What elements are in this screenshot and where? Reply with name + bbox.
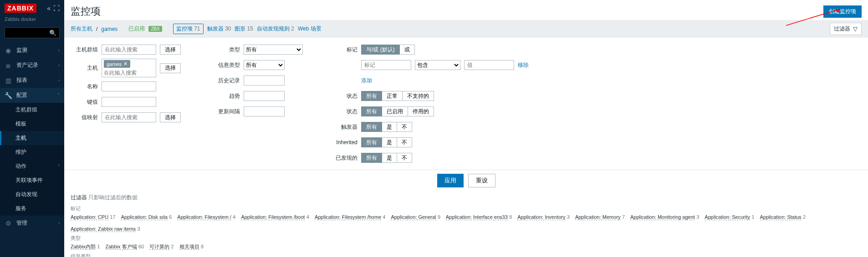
triggers-group[interactable]: 所有 是 不: [361, 122, 412, 132]
sf-tag[interactable]: Application: Filesystem /boot: [241, 214, 305, 220]
tag-mode-andor[interactable]: 与/或 (默认): [361, 45, 400, 55]
bc-tab-items[interactable]: 监控项 71: [173, 24, 204, 34]
input-trends[interactable]: [244, 91, 285, 101]
filter-toggle[interactable]: 过滤器 ▽: [830, 23, 862, 35]
inherited-yes[interactable]: 是: [382, 137, 397, 147]
nav-inventory[interactable]: ≣ 资产记录 ›: [0, 58, 64, 73]
search-icon[interactable]: 🔍: [49, 30, 56, 36]
label-trends: 趋势: [208, 92, 240, 100]
brand-subtitle: Zabbix docker: [0, 16, 64, 25]
sf-tag[interactable]: Application: Monitoring agent: [630, 214, 695, 220]
bc-all-hosts[interactable]: 所有主机: [71, 25, 92, 33]
input-valuemap[interactable]: [102, 112, 156, 122]
select-type[interactable]: 所有: [244, 45, 303, 55]
sf-type[interactable]: 可计算的: [149, 244, 169, 250]
sub-services[interactable]: 服务: [0, 202, 64, 216]
bc-tab-web[interactable]: Web 场景: [298, 25, 322, 33]
input-name[interactable]: [102, 81, 156, 91]
search-input[interactable]: [8, 30, 49, 36]
sub-actions[interactable]: 动作 ›: [0, 159, 64, 173]
input-hostgroups[interactable]: [102, 45, 156, 55]
reset-button[interactable]: 重设: [468, 174, 495, 187]
tag-mode-group[interactable]: 与/或 (默认) 或: [361, 45, 415, 55]
inherited-group[interactable]: 所有 是 不: [361, 137, 412, 147]
select-valuemap-button[interactable]: 选择: [160, 112, 181, 122]
select-hosts-button[interactable]: 选择: [160, 63, 181, 73]
sf-tag[interactable]: Application: Interface ens33: [446, 214, 508, 220]
state-all[interactable]: 所有: [361, 91, 382, 101]
status-all[interactable]: 所有: [361, 106, 382, 116]
nav-configuration[interactable]: 🔧 配置 ˄: [0, 88, 64, 103]
fullscreen-icon[interactable]: ⛶: [53, 5, 60, 12]
sf-tag[interactable]: Application: Inventory: [517, 214, 565, 220]
gear-icon: ⚙: [5, 220, 12, 227]
select-infotype[interactable]: 所有: [244, 60, 285, 70]
inherited-no[interactable]: 不: [397, 137, 412, 147]
sf-tag[interactable]: Application: CPU: [71, 214, 108, 220]
sub-maintenance[interactable]: 维护: [0, 145, 64, 159]
sf-tag[interactable]: Application: Security: [705, 214, 750, 220]
sf-tag[interactable]: Application: Zabbix raw items: [71, 226, 136, 232]
input-tag-value[interactable]: [464, 60, 514, 70]
tag-add-link[interactable]: 添加: [361, 77, 372, 85]
nav-reports[interactable]: ▥ 报表 ›: [0, 73, 64, 88]
logo[interactable]: ZABBIX: [5, 4, 36, 13]
host-chip[interactable]: games ✕: [104, 60, 130, 68]
sub-hosts[interactable]: 主机: [0, 131, 64, 145]
input-hosts-text[interactable]: [104, 70, 154, 76]
tag-mode-or[interactable]: 或: [400, 45, 415, 55]
sf-tags-list: Application: CPU 17Application: Disk sda…: [71, 214, 862, 232]
bc-zbx-badge[interactable]: ZBX: [148, 26, 162, 32]
apply-button[interactable]: 应用: [437, 174, 464, 187]
create-item-button[interactable]: 创建监控项: [823, 5, 862, 18]
input-hosts[interactable]: games ✕: [102, 59, 156, 77]
sf-tag[interactable]: Application: Filesystem /home: [315, 214, 381, 220]
sf-tag[interactable]: Application: Memory: [575, 214, 621, 220]
select-tag-op[interactable]: 包含: [415, 60, 460, 70]
sf-tag[interactable]: Application: Filesystem /: [177, 214, 231, 220]
sub-hostgroups[interactable]: 主机群组: [0, 103, 64, 117]
nav-monitoring[interactable]: ◉ 监测 ›: [0, 43, 64, 58]
inherited-all[interactable]: 所有: [361, 137, 382, 147]
bc-tab-discovery[interactable]: 自动发现规则 2: [257, 25, 294, 33]
sub-templates[interactable]: 模板: [0, 117, 64, 131]
discovered-all[interactable]: 所有: [361, 153, 382, 163]
bc-tab-triggers[interactable]: 触发器 30: [207, 25, 231, 33]
status-group[interactable]: 所有 已启用 停用的: [361, 106, 434, 116]
bc-tab-graphs[interactable]: 图形 15: [235, 25, 253, 33]
bc-host[interactable]: games: [101, 26, 117, 32]
status-disabled[interactable]: 停用的: [408, 106, 434, 116]
nav-admin[interactable]: ⚙ 管理 ›: [0, 216, 64, 231]
global-search[interactable]: 🔍: [5, 27, 60, 38]
tag-remove-link[interactable]: 移除: [518, 61, 529, 69]
state-normal[interactable]: 正常: [382, 91, 403, 101]
sf-type[interactable]: Zabbix内部: [71, 244, 96, 250]
sf-type[interactable]: Zabbix 客户端: [106, 244, 137, 250]
triggers-no[interactable]: 不: [397, 122, 412, 132]
discovered-no[interactable]: 不: [397, 153, 412, 163]
close-icon[interactable]: ✕: [123, 61, 128, 67]
collapse-icon[interactable]: «: [47, 5, 51, 12]
sub-correlation[interactable]: 关联项事件: [0, 173, 64, 187]
nav-label: 监测: [16, 46, 27, 54]
sf-tags-label: 标记: [71, 205, 862, 212]
state-unsupported[interactable]: 不支持的: [403, 91, 434, 101]
triggers-all[interactable]: 所有: [361, 122, 382, 132]
sub-discovery[interactable]: 自动发现: [0, 187, 64, 202]
input-history[interactable]: [244, 76, 285, 86]
sf-tag[interactable]: Application: Disk sda: [121, 214, 168, 220]
sf-tag[interactable]: Application: Status: [760, 214, 802, 220]
discovered-yes[interactable]: 是: [382, 153, 397, 163]
sf-tag[interactable]: Application: General: [391, 214, 436, 220]
state-group[interactable]: 所有 正常 不支持的: [361, 91, 434, 101]
input-key[interactable]: [102, 97, 156, 107]
discovered-group[interactable]: 所有 是 不: [361, 153, 412, 163]
input-tag-name[interactable]: [361, 60, 411, 70]
triggers-yes[interactable]: 是: [382, 122, 397, 132]
subfilter-header: 过滤器 只影响过滤后的数据: [71, 194, 862, 202]
input-interval[interactable]: [244, 106, 285, 116]
status-enabled[interactable]: 已启用: [382, 106, 408, 116]
select-hostgroups-button[interactable]: 选择: [160, 45, 181, 55]
sf-type[interactable]: 相关项目: [179, 244, 199, 250]
label-inherited: Inherited: [330, 139, 357, 146]
